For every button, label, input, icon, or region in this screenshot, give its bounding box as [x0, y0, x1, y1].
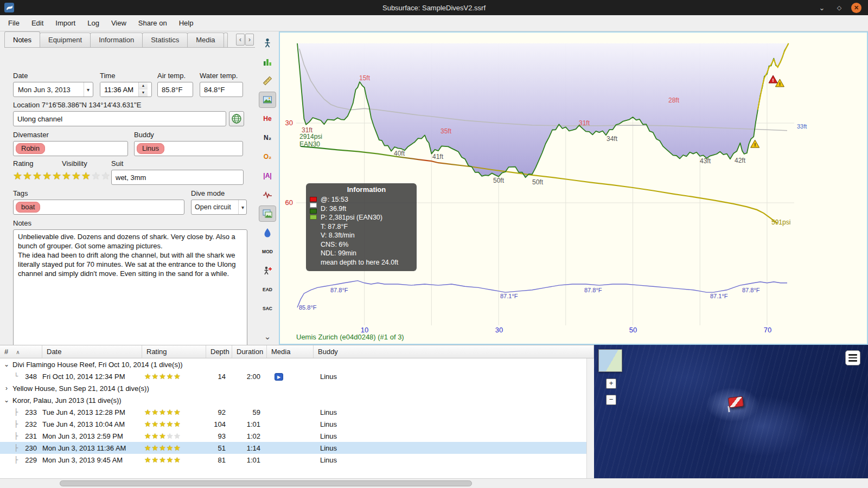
picture-overlay-icon[interactable]	[259, 206, 276, 222]
column-header-buddy[interactable]: Buddy	[314, 345, 594, 358]
expand-icon[interactable]: ›	[3, 384, 10, 392]
dive-list-vertical-scrollbar[interactable]	[586, 358, 594, 478]
tab-statistics[interactable]: Statistics	[142, 33, 188, 47]
menu-file[interactable]: File	[2, 16, 25, 30]
star-empty-icon[interactable]: ★	[101, 170, 111, 182]
spin-up-icon[interactable]: ▲	[139, 82, 148, 89]
horizontal-scrollbar-track[interactable]	[0, 478, 868, 488]
tab-information[interactable]: Information	[90, 33, 143, 47]
rating-stars[interactable]: ★★★★★	[13, 170, 62, 182]
air-temp-input[interactable]	[157, 82, 193, 97]
map-zoom-out-button[interactable]: −	[606, 395, 616, 405]
star-filled-icon[interactable]: ★	[13, 170, 23, 182]
scr-person-icon[interactable]	[259, 262, 276, 279]
chart-label: 87.8°F	[330, 287, 348, 293]
menu-edit[interactable]: Edit	[25, 16, 49, 30]
video-icon[interactable]: ▶	[275, 373, 283, 381]
trip-row[interactable]: ⌄Koror, Palau, Jun 2013 (11 dive(s))	[0, 394, 586, 406]
dive-row[interactable]: ├231Mon Jun 3, 2013 2:59 PM★★★★★931:02Li…	[0, 430, 586, 442]
dive-mode-select[interactable]: Open circuit ▾	[191, 200, 247, 215]
suit-input[interactable]	[111, 170, 244, 185]
mod-toggle-button[interactable]: MOD	[259, 243, 276, 260]
ead-toggle-button[interactable]: EAD	[259, 281, 276, 298]
menu-import[interactable]: Import	[49, 16, 81, 30]
horizontal-scrollbar-thumb[interactable]	[60, 480, 472, 486]
column-header-rating[interactable]: Rating	[142, 345, 206, 358]
dive-row[interactable]: ├233Tue Jun 4, 2013 12:28 PM★★★★★9259Lin…	[0, 406, 586, 418]
dive-profile-panel[interactable]: 15ft31ft40ft35ft41ft50ft50ft31ft34ft28ft…	[279, 31, 868, 345]
map-zoom-in-button[interactable]: +	[606, 378, 616, 389]
collapse-chevron-icon[interactable]: ⌄	[255, 332, 280, 342]
tags-field[interactable]: boat	[13, 200, 184, 215]
menu-help[interactable]: Help	[173, 16, 200, 30]
tab-scroll-right-button[interactable]: ›	[245, 34, 254, 46]
tab-notes[interactable]: Notes	[4, 31, 40, 47]
nitrogen-graph-button[interactable]: N₂	[259, 130, 276, 146]
map-widget[interactable]: + −	[594, 345, 868, 478]
star-filled-icon[interactable]: ★	[52, 170, 62, 182]
column-header-duration[interactable]: Duration	[232, 345, 267, 358]
tab-media[interactable]: Media	[187, 33, 224, 47]
maximize-icon[interactable]: ◇	[834, 2, 845, 13]
column-header-depth[interactable]: Depth	[206, 345, 232, 358]
menu-log[interactable]: Log	[81, 16, 105, 30]
buddy-field[interactable]: Linus	[134, 141, 243, 156]
dive-mode-person-icon[interactable]	[259, 35, 276, 51]
divemaster-field[interactable]: Robin	[13, 141, 128, 156]
tag-chip[interactable]: boat	[16, 202, 40, 213]
trip-row[interactable]: ›Yellow House, Sun Sep 21, 2014 (1 dive(…	[0, 382, 586, 394]
column-header-media[interactable]: Media	[267, 345, 314, 358]
column-header-number[interactable]: #∧	[0, 345, 42, 358]
visibility-stars[interactable]: ★★★★★	[62, 170, 111, 182]
star-filled-icon[interactable]: ★	[42, 170, 52, 182]
water-temp-input[interactable]	[200, 82, 243, 97]
dive-duration-cell: 1:01	[232, 456, 267, 464]
column-header-date[interactable]: Date	[42, 345, 142, 358]
trip-row[interactable]: ⌄Divi Flamingo House Reef, Fri Oct 10, 2…	[0, 358, 586, 370]
star-filled-icon[interactable]: ★	[81, 170, 91, 182]
sac-toggle-button[interactable]: SAC	[259, 300, 276, 317]
date-select[interactable]: Mon Jun 3, 2013 ▾	[13, 82, 93, 97]
x-axis-tick: 50	[629, 326, 637, 334]
star-filled-icon[interactable]: ★	[62, 170, 72, 182]
buddy-chip[interactable]: Linus	[137, 143, 164, 154]
menu-share-on[interactable]: Share on	[132, 16, 173, 30]
minimize-icon[interactable]: ⌄	[816, 2, 827, 13]
menu-view[interactable]: View	[105, 16, 132, 30]
divemaster-label: Divemaster	[13, 131, 128, 139]
time-spinbox[interactable]: ▲▼	[100, 82, 152, 97]
tab-scroll-left-button[interactable]: ‹	[236, 34, 245, 46]
dive-row[interactable]: ├230Mon Jun 3, 2013 11:36 AM★★★★★511:14L…	[0, 442, 586, 454]
globe-button[interactable]	[229, 111, 244, 126]
dive-rating-cell: ★★★★★	[142, 420, 206, 428]
divemaster-chip[interactable]: Robin	[16, 143, 45, 154]
star-filled-icon[interactable]: ★	[23, 170, 33, 182]
ink-drop-icon[interactable]	[259, 224, 276, 241]
location-input[interactable]	[13, 111, 226, 126]
ruler-icon[interactable]	[259, 73, 276, 89]
map-menu-button[interactable]	[845, 350, 860, 365]
tab-equipment[interactable]: Equipment	[40, 33, 91, 47]
dive-site-flag-marker[interactable]	[728, 396, 744, 408]
dive-row[interactable]: ├229Mon Jun 3, 2013 9:45 AM★★★★★811:01Li…	[0, 454, 586, 466]
dive-row[interactable]: └348Fri Oct 10, 2014 12:34 PM★★★★★142:00…	[0, 370, 586, 382]
map-overview-inset[interactable]	[598, 349, 622, 372]
oxygen-graph-button[interactable]: O₂	[259, 149, 276, 165]
spin-down-icon[interactable]: ▼	[139, 89, 148, 97]
close-icon[interactable]: ✕	[851, 3, 861, 13]
heart-rate-icon[interactable]	[259, 187, 276, 203]
helium-graph-button[interactable]: He	[259, 111, 276, 127]
star-empty-icon[interactable]: ★	[91, 170, 101, 182]
show-photos-icon[interactable]	[259, 92, 276, 108]
time-input[interactable]	[100, 82, 138, 97]
dive-row[interactable]: ├232Tue Jun 4, 2013 10:04 AM★★★★★1041:01…	[0, 418, 586, 430]
collapse-icon[interactable]: ⌄	[3, 361, 10, 368]
star-filled-icon: ★	[167, 455, 174, 464]
cylinder-pressure-icon[interactable]	[259, 54, 276, 70]
tab-extra-info[interactable]: E	[224, 33, 228, 47]
star-filled-icon[interactable]: ★	[72, 170, 81, 182]
ceiling-toggle-button[interactable]: |A|	[259, 168, 276, 184]
star-filled-icon[interactable]: ★	[33, 170, 42, 182]
collapse-icon[interactable]: ⌄	[3, 396, 10, 404]
notes-textarea[interactable]: Unbelievable dive. Dozens and dozens of …	[13, 229, 247, 350]
